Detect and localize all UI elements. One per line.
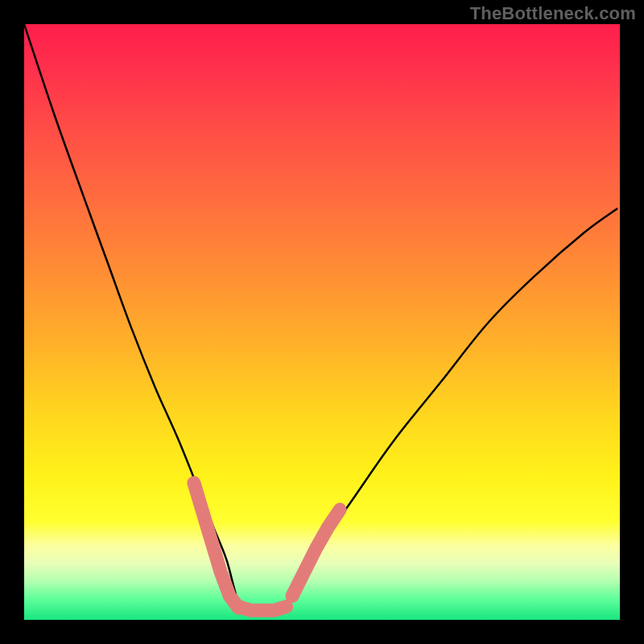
outer-black-frame: TheBottleneck.com [0,0,644,644]
watermark-text: TheBottleneck.com [470,3,636,24]
bottleneck-chart [24,24,620,620]
valley-floor [238,607,286,610]
